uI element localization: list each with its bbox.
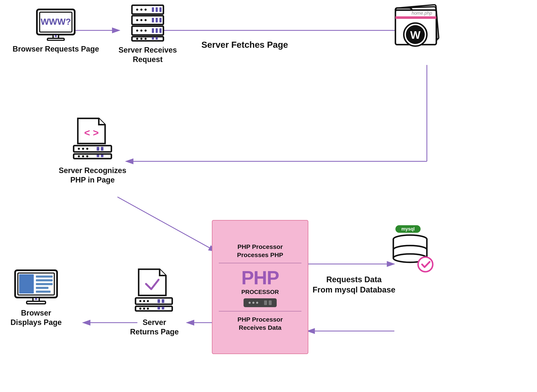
requests-data-label: Requests DataFrom mysql Database bbox=[313, 275, 395, 295]
php-processor-label: PROCESSOR bbox=[242, 289, 279, 295]
server-returns-label: ServerReturns Page bbox=[130, 318, 179, 336]
server-returns-node: ServerReturns Page bbox=[130, 268, 179, 336]
svg-rect-21 bbox=[156, 7, 158, 12]
server-receives-node: Server ReceivesRequest bbox=[119, 4, 177, 64]
browser-request-icon: WWW? bbox=[36, 8, 76, 41]
browser-request-label: Browser Requests Page bbox=[13, 44, 99, 54]
server-recognizes-node: < > Server RecognizesPHP in Page bbox=[59, 116, 126, 185]
svg-rect-14 bbox=[48, 38, 64, 40]
svg-point-39 bbox=[140, 38, 143, 40]
svg-rect-57 bbox=[101, 147, 103, 151]
server-receives-label: Server ReceivesRequest bbox=[119, 45, 177, 64]
svg-point-17 bbox=[136, 9, 138, 11]
svg-rect-80 bbox=[157, 299, 160, 303]
svg-point-32 bbox=[140, 29, 143, 32]
svg-rect-27 bbox=[152, 18, 154, 22]
svg-point-98 bbox=[35, 298, 37, 300]
svg-point-25 bbox=[140, 19, 143, 21]
svg-rect-46 bbox=[395, 16, 436, 19]
svg-point-26 bbox=[145, 19, 147, 21]
svg-point-31 bbox=[136, 29, 138, 32]
svg-point-84 bbox=[143, 308, 145, 310]
browser-request-node: WWW? Browser Requests Page bbox=[13, 8, 99, 54]
svg-rect-87 bbox=[162, 307, 164, 309]
svg-point-40 bbox=[145, 38, 147, 40]
svg-point-24 bbox=[136, 19, 138, 21]
svg-rect-56 bbox=[97, 147, 99, 151]
svg-rect-28 bbox=[156, 18, 158, 22]
svg-text:mysql: mysql bbox=[401, 226, 415, 232]
svg-rect-36 bbox=[159, 28, 162, 33]
svg-point-18 bbox=[140, 9, 143, 11]
svg-point-15 bbox=[55, 35, 57, 37]
svg-rect-20 bbox=[152, 7, 154, 12]
svg-rect-34 bbox=[152, 28, 154, 33]
svg-rect-81 bbox=[162, 299, 164, 303]
svg-line-5 bbox=[118, 197, 216, 252]
svg-rect-86 bbox=[157, 307, 160, 309]
browser-displays-icon bbox=[14, 269, 58, 305]
svg-text:< >: < > bbox=[84, 127, 99, 138]
server-returns-icon bbox=[134, 268, 174, 314]
svg-rect-95 bbox=[36, 291, 51, 293]
svg-rect-90 bbox=[19, 274, 34, 294]
svg-point-60 bbox=[82, 155, 84, 157]
svg-rect-91 bbox=[36, 275, 53, 278]
browser-displays-label: BrowserDisplays Page bbox=[10, 308, 62, 327]
php-processor-box: PHP ProcessorProcesses PHP PHP PROCESSOR… bbox=[212, 220, 308, 354]
svg-rect-42 bbox=[156, 37, 158, 40]
server-receives-icon bbox=[131, 4, 164, 42]
svg-rect-41 bbox=[152, 37, 154, 40]
svg-rect-92 bbox=[36, 279, 53, 281]
svg-point-33 bbox=[145, 29, 147, 32]
svg-rect-97 bbox=[27, 301, 46, 304]
wordpress-folder-node: home.php W bbox=[392, 4, 443, 52]
svg-point-75 bbox=[418, 257, 433, 272]
svg-rect-93 bbox=[36, 283, 53, 285]
svg-point-77 bbox=[139, 300, 141, 302]
svg-rect-22 bbox=[159, 7, 162, 12]
svg-text:home.php: home.php bbox=[412, 10, 432, 16]
svg-rect-62 bbox=[97, 155, 99, 157]
diagram: WWW? Browser Requests Page bbox=[0, 0, 537, 392]
php-processor-top-label: PHP ProcessorProcesses PHP bbox=[237, 243, 283, 259]
php-processor-bottom-label: PHP ProcessorReceives Data bbox=[238, 315, 283, 332]
wordpress-folder-icon: home.php W bbox=[392, 4, 443, 52]
svg-rect-35 bbox=[156, 28, 158, 33]
browser-displays-node: BrowserDisplays Page bbox=[10, 269, 62, 327]
server-recognizes-label: Server RecognizesPHP in Page bbox=[59, 166, 126, 185]
svg-rect-63 bbox=[101, 155, 103, 157]
svg-point-54 bbox=[82, 148, 84, 150]
server-fetches-label: Server Fetches Page bbox=[201, 40, 288, 50]
svg-point-53 bbox=[78, 148, 80, 150]
mysql-db-icon: mysql bbox=[390, 224, 434, 275]
php-big-text: PHP bbox=[241, 267, 279, 289]
svg-point-55 bbox=[86, 148, 88, 150]
svg-point-38 bbox=[136, 38, 138, 40]
svg-text:W: W bbox=[410, 29, 421, 41]
svg-point-78 bbox=[143, 300, 145, 302]
svg-text:WWW?: WWW? bbox=[41, 17, 71, 27]
svg-rect-94 bbox=[36, 287, 48, 289]
svg-point-59 bbox=[78, 155, 80, 157]
svg-point-83 bbox=[139, 308, 141, 310]
svg-point-79 bbox=[147, 300, 149, 302]
server-recognizes-icon: < > bbox=[71, 116, 114, 162]
svg-point-61 bbox=[86, 155, 88, 157]
mysql-db-node: mysql bbox=[390, 224, 434, 278]
svg-rect-29 bbox=[159, 18, 162, 22]
svg-point-19 bbox=[145, 9, 147, 11]
svg-point-85 bbox=[147, 308, 149, 310]
